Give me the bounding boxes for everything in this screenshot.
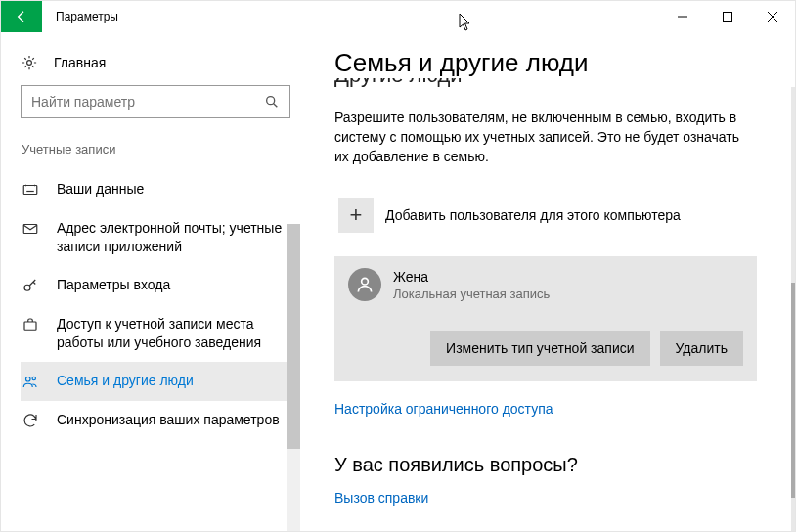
page-heading: Семья и другие люди bbox=[334, 48, 766, 78]
maximize-icon bbox=[723, 12, 732, 22]
mail-icon bbox=[22, 220, 39, 238]
truncated-subheading: Другие люди bbox=[334, 78, 766, 94]
svg-point-14 bbox=[26, 377, 31, 382]
avatar bbox=[348, 268, 381, 301]
restricted-access-link[interactable]: Настройка ограниченного доступа bbox=[334, 401, 766, 417]
sidebar-scrollbar-thumb[interactable] bbox=[287, 224, 300, 449]
main-scrollbar[interactable] bbox=[791, 87, 795, 532]
sidebar-nav: Ваши данные Адрес электронной почты; уче… bbox=[21, 170, 296, 440]
key-icon bbox=[22, 277, 39, 294]
main-pane: Семья и другие люди Другие люди Разрешит… bbox=[300, 32, 795, 531]
svg-point-15 bbox=[32, 377, 35, 379]
search-box[interactable] bbox=[21, 85, 290, 118]
svg-point-12 bbox=[24, 285, 30, 290]
user-header: Жена Локальная учетная запись bbox=[348, 268, 743, 301]
svg-line-6 bbox=[274, 104, 278, 108]
close-button[interactable] bbox=[750, 1, 795, 32]
delete-user-button[interactable]: Удалить bbox=[660, 331, 743, 366]
arrow-left-icon bbox=[14, 9, 29, 24]
search-icon bbox=[264, 94, 280, 110]
sidebar-item-label: Семья и другие люди bbox=[57, 372, 290, 390]
minimize-button[interactable] bbox=[660, 1, 705, 32]
sidebar-item-family[interactable]: Семья и другие люди bbox=[21, 362, 294, 401]
svg-rect-1 bbox=[724, 13, 732, 22]
home-nav[interactable]: Главная bbox=[21, 50, 296, 85]
svg-point-4 bbox=[27, 61, 32, 66]
svg-point-16 bbox=[362, 278, 369, 285]
sidebar-section-label: Учетные записи bbox=[21, 142, 296, 156]
people-icon bbox=[22, 373, 39, 390]
window-title: Параметры bbox=[42, 1, 118, 32]
svg-rect-13 bbox=[24, 322, 36, 330]
sidebar-item-email-accounts[interactable]: Адрес электронной почты; учетные записи … bbox=[21, 209, 294, 266]
sidebar-item-work-access[interactable]: Доступ к учетной записи места работы или… bbox=[21, 305, 294, 362]
search-input[interactable] bbox=[31, 94, 264, 110]
change-account-type-button[interactable]: Изменить тип учетной записи bbox=[430, 331, 649, 366]
back-button[interactable] bbox=[1, 1, 42, 32]
title-bar: Параметры bbox=[1, 1, 795, 32]
user-block[interactable]: Жена Локальная учетная запись Изменить т… bbox=[334, 256, 757, 381]
sidebar-item-sync[interactable]: Синхронизация ваших параметров bbox=[21, 401, 294, 440]
svg-rect-11 bbox=[23, 225, 37, 234]
briefcase-icon bbox=[22, 316, 39, 333]
add-user-button[interactable]: + Добавить пользователя для этого компью… bbox=[334, 190, 755, 241]
sidebar-item-label: Параметры входа bbox=[57, 276, 290, 294]
svg-rect-7 bbox=[23, 186, 37, 195]
close-icon bbox=[768, 12, 777, 22]
help-link[interactable]: Вызов справки bbox=[334, 490, 766, 506]
sidebar-item-your-info[interactable]: Ваши данные bbox=[21, 170, 294, 209]
minimize-icon bbox=[678, 12, 687, 22]
cursor-icon bbox=[459, 13, 474, 32]
svg-point-5 bbox=[267, 97, 275, 105]
maximize-button[interactable] bbox=[705, 1, 750, 32]
sidebar-item-signin-options[interactable]: Параметры входа bbox=[21, 266, 294, 305]
main-scrollbar-thumb[interactable] bbox=[791, 283, 795, 498]
person-icon bbox=[355, 275, 375, 294]
question-heading: У вас появились вопросы? bbox=[334, 454, 766, 476]
description-text: Разрешите пользователям, не включенным в… bbox=[334, 108, 755, 166]
sidebar: Главная Учетные записи Ваши данные Адрес… bbox=[1, 32, 300, 531]
home-label: Главная bbox=[54, 55, 106, 70]
gear-icon bbox=[21, 54, 38, 71]
sidebar-item-label: Адрес электронной почты; учетные записи … bbox=[57, 219, 290, 256]
sidebar-scrollbar[interactable] bbox=[287, 224, 300, 532]
add-user-label: Добавить пользователя для этого компьюте… bbox=[385, 207, 681, 223]
user-subtitle: Локальная учетная запись bbox=[393, 287, 550, 301]
sidebar-item-label: Синхронизация ваших параметров bbox=[57, 411, 290, 429]
user-actions: Изменить тип учетной записи Удалить bbox=[348, 331, 743, 366]
sidebar-item-label: Ваши данные bbox=[57, 180, 290, 199]
sync-icon bbox=[22, 412, 39, 429]
user-name: Жена bbox=[393, 269, 550, 285]
id-card-icon bbox=[22, 181, 39, 199]
plus-icon: + bbox=[338, 198, 374, 233]
sidebar-item-label: Доступ к учетной записи места работы или… bbox=[57, 315, 290, 352]
content-area: Главная Учетные записи Ваши данные Адрес… bbox=[1, 32, 795, 531]
window-controls bbox=[660, 1, 795, 32]
